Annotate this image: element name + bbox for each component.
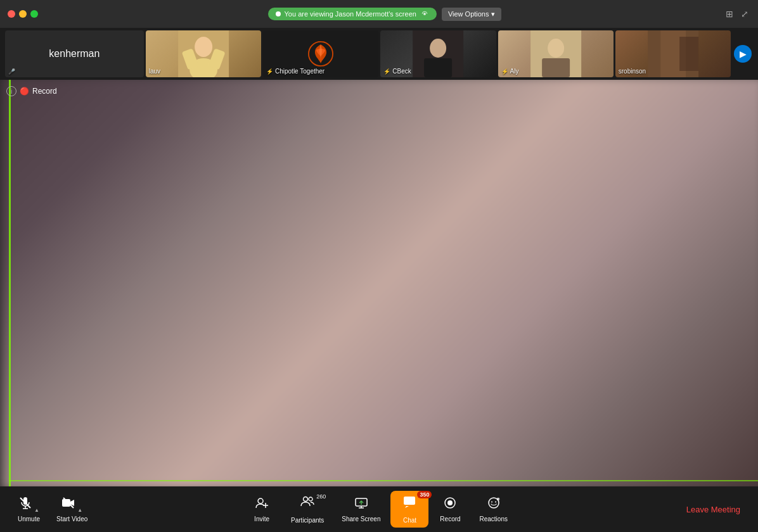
start-video-icon-group: ▲ xyxy=(61,496,82,513)
chat-icon-wrapper: 350 xyxy=(402,495,416,512)
participant-name-text-srobinson: srobinson xyxy=(619,68,646,75)
participant-label-cbeck: ⚡ CBeck xyxy=(383,68,411,75)
participant-tile-lauv[interactable]: lauv xyxy=(146,30,261,77)
maximize-button[interactable] xyxy=(30,10,38,18)
reactions-label: Reactions xyxy=(479,516,507,522)
chipotle-logo xyxy=(307,40,335,68)
participant-tile-aly[interactable]: ⚡ Aly xyxy=(498,30,613,77)
chat-button[interactable]: 350 Chat xyxy=(390,491,428,528)
svg-point-26 xyxy=(304,497,308,502)
participant-tile-kenherman[interactable]: kenherman 🎤 xyxy=(5,30,144,77)
view-options-button[interactable]: View Options ▾ xyxy=(442,8,502,21)
participants-count: 260 xyxy=(316,493,326,500)
participants-strip: kenherman 🎤 lauv xyxy=(0,28,758,80)
svg-point-27 xyxy=(309,497,312,501)
share-screen-label: Share Screen xyxy=(342,516,380,522)
chat-icon xyxy=(402,495,416,512)
participant-label-kenherman: 🎤 xyxy=(8,68,15,75)
start-video-button[interactable]: ▲ Start Video xyxy=(49,492,95,526)
participant-tile-chipotle[interactable]: ⚡ Chipotle Together xyxy=(263,30,378,77)
invite-svg xyxy=(255,496,269,510)
record-label: Record xyxy=(440,516,460,522)
svg-point-33 xyxy=(447,500,453,505)
leave-meeting-label: Leave Meeting xyxy=(686,505,740,514)
participant-name-kenherman: kenherman xyxy=(49,48,100,60)
participant-label-aly: ⚡ Aly xyxy=(501,68,519,75)
share-dot-icon xyxy=(276,11,281,16)
close-button[interactable] xyxy=(8,10,15,18)
title-bar: You are viewing Jason Mcdermott's screen… xyxy=(0,0,758,28)
participant-name-text-lauv: lauv xyxy=(149,68,160,75)
main-screen-area: i 🔴 Record xyxy=(0,80,758,486)
screenshare-label: You are viewing Jason Mcdermott's screen xyxy=(285,10,416,18)
traffic-lights xyxy=(8,10,38,18)
next-icon[interactable]: ▶ xyxy=(734,45,752,63)
participants-button[interactable]: 260 Participants xyxy=(283,491,331,528)
participant-tile-cbeck[interactable]: ⚡ CBeck xyxy=(380,30,496,77)
svg-point-34 xyxy=(489,498,499,508)
title-center: You are viewing Jason Mcdermott's screen… xyxy=(46,8,724,21)
share-screen-icon xyxy=(354,496,368,513)
chat-svg xyxy=(402,495,416,509)
minimize-button[interactable] xyxy=(19,10,27,18)
svg-rect-31 xyxy=(404,497,415,505)
svg-point-23 xyxy=(258,498,263,504)
chat-label: Chat xyxy=(403,517,416,524)
signal-icon xyxy=(420,10,429,18)
unmute-chevron-icon[interactable]: ▲ xyxy=(34,507,39,513)
microphone-muted-icon xyxy=(18,496,32,513)
mic-icon xyxy=(18,496,32,510)
participant-tile-srobinson[interactable]: srobinson xyxy=(615,30,731,77)
grid-view-icon[interactable]: ⊞ xyxy=(724,8,735,20)
participant-label-lauv: lauv xyxy=(149,68,160,75)
screen-share-badge: You are viewing Jason Mcdermott's screen xyxy=(268,8,437,20)
invite-icon xyxy=(255,496,269,513)
svg-point-35 xyxy=(491,502,492,503)
next-participants-button[interactable]: ▶ xyxy=(733,30,753,77)
info-icon[interactable]: i xyxy=(6,86,16,96)
video-chevron-icon[interactable]: ▲ xyxy=(77,507,82,513)
record-button[interactable]: Record xyxy=(431,492,469,526)
invite-label: Invite xyxy=(254,516,269,522)
screen-border-bottom xyxy=(9,480,758,481)
share-screen-svg xyxy=(354,496,368,510)
share-screen-button[interactable]: Share Screen xyxy=(334,492,388,526)
participants-icon-wrapper: 260 xyxy=(300,495,314,512)
unmute-label: Unmute xyxy=(18,516,40,522)
leave-meeting-button[interactable]: Leave Meeting xyxy=(679,501,748,518)
invite-button[interactable]: Invite xyxy=(243,492,281,526)
screen-share-content xyxy=(1,80,758,486)
unmute-icon-group: ▲ xyxy=(18,496,39,513)
svg-point-2 xyxy=(195,37,212,57)
participant-name-text-chipotle: Chipotle Together xyxy=(275,68,324,75)
svg-point-36 xyxy=(495,502,496,503)
toolbar-center: Invite 260 Participants xyxy=(243,491,515,528)
participant-label-srobinson: srobinson xyxy=(619,68,646,75)
mute-icon: 🎤 xyxy=(8,68,15,75)
participant-name-text-aly: Aly xyxy=(510,68,519,75)
toolbar-right: Leave Meeting xyxy=(679,501,748,518)
mute-icon-chipotle: ⚡ xyxy=(266,68,273,75)
participant-name-text-cbeck: CBeck xyxy=(392,68,411,75)
svg-point-8 xyxy=(430,39,446,58)
start-video-label: Start Video xyxy=(56,516,87,522)
svg-rect-9 xyxy=(424,58,452,77)
fullscreen-icon[interactable]: ⤢ xyxy=(739,8,750,20)
record-indicator: i 🔴 Record xyxy=(6,86,57,96)
svg-rect-16 xyxy=(679,37,698,71)
reactions-svg xyxy=(487,496,501,510)
reactions-button[interactable]: Reactions xyxy=(472,492,515,526)
mute-icon-cbeck: ⚡ xyxy=(383,68,390,75)
participants-icon xyxy=(300,495,314,512)
participant-label-chipotle: ⚡ Chipotle Together xyxy=(266,68,324,75)
unmute-button[interactable]: ▲ Unmute xyxy=(10,492,48,526)
record-label: Record xyxy=(32,87,57,96)
svg-rect-13 xyxy=(530,30,581,77)
screen-border-left xyxy=(9,80,11,486)
svg-point-0 xyxy=(423,13,426,15)
toolbar-left: ▲ Unmute ▲ Start Video xyxy=(10,492,95,526)
title-bar-right: ⊞ ⤢ xyxy=(724,8,750,20)
participants-label: Participants xyxy=(291,517,324,524)
chat-count-badge: 350 xyxy=(417,491,432,498)
view-options-label: View Options xyxy=(448,10,489,18)
